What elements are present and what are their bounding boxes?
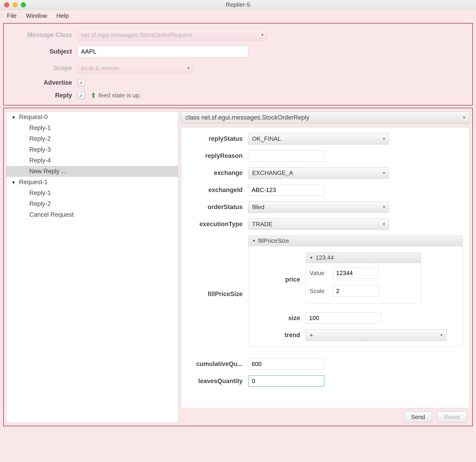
reply-fields-panel: replyStatus OK_FINAL ▾ replyReason excha…	[181, 127, 469, 408]
reply-class-value: class net.sf.egui.messages.StockOrderRep…	[185, 114, 309, 121]
close-window-button[interactable]	[4, 2, 9, 7]
chevron-down-icon: ▾	[383, 136, 385, 141]
replystatus-value: OK_FINAL	[252, 135, 281, 142]
feed-up-icon: ⬆	[91, 91, 96, 100]
replyreason-input[interactable]	[248, 150, 324, 161]
chevron-down-icon: ▼	[11, 115, 16, 120]
chevron-down-icon: ▾	[383, 204, 385, 210]
cumulativequantity-input[interactable]	[248, 358, 324, 370]
replystatus-dropdown[interactable]: OK_FINAL ▾	[248, 133, 389, 144]
traffic-lights	[0, 2, 26, 7]
tree-node-request-0[interactable]: ▼ Request-0	[6, 112, 178, 123]
scope-dropdown[interactable]: local & remote ▾	[77, 62, 193, 74]
executiontype-dropdown[interactable]: TRADE ▾	[248, 218, 389, 230]
menu-window[interactable]: Window	[26, 12, 47, 19]
tree-node-reply-4[interactable]: Reply-4	[6, 155, 178, 166]
tree-node-r1-reply-1[interactable]: Reply-1	[6, 188, 178, 198]
minimize-window-button[interactable]	[12, 2, 17, 7]
leavesquantity-label: leavesQuantity	[186, 378, 248, 385]
orderstatus-dropdown[interactable]: filled ▾	[248, 201, 389, 213]
menubar: File Window Help	[0, 10, 476, 22]
message-class-dropdown[interactable]: net.sf.egui.messages.StockOrderRequest ▾	[77, 29, 267, 41]
reset-button[interactable]: Reset	[437, 412, 467, 422]
tree-node-request-1[interactable]: ▼ Request-1	[6, 177, 178, 188]
replystatus-label: replyStatus	[186, 135, 248, 142]
reply-checkbox[interactable]: ✓	[77, 92, 85, 99]
send-button[interactable]: Send	[404, 412, 432, 422]
fillpricesize-title: fillPriceSize	[258, 237, 289, 244]
message-class-value: net.sf.egui.messages.StockOrderRequest	[81, 31, 192, 39]
menu-file[interactable]: File	[7, 12, 17, 19]
button-row: Send Reset	[181, 408, 469, 422]
fillpricesize-header[interactable]: ▼ fillPriceSize	[248, 236, 463, 246]
tree-node-label: Request-0	[19, 114, 48, 120]
chevron-down-icon: ▼	[11, 180, 16, 185]
titlebar: Replier-5	[0, 0, 476, 10]
fillpricesize-side-label: fillPriceSize	[186, 291, 248, 298]
zoom-window-button[interactable]	[21, 2, 26, 7]
tree-pane: ▼ Request-0 Reply-1 Reply-2 Reply-3 Repl…	[6, 111, 178, 422]
tree-node-reply-2[interactable]: Reply-2	[6, 133, 178, 144]
chevron-down-icon: ▾	[261, 32, 264, 37]
cumulativequantity-label: cumulativeQu...	[186, 361, 248, 368]
size-input[interactable]	[306, 312, 382, 324]
reply-class-dropdown[interactable]: class net.sf.egui.messages.StockOrderRep…	[181, 111, 469, 124]
price-scale-input[interactable]	[333, 285, 379, 297]
price-value-input[interactable]	[333, 267, 379, 279]
tree-node-r1-reply-2[interactable]: Reply-2	[6, 198, 178, 209]
exchangeid-input[interactable]	[248, 184, 324, 196]
leavesquantity-input[interactable]	[248, 375, 324, 387]
subject-input[interactable]	[77, 46, 248, 57]
tree-node-new-reply[interactable]: New Reply ...	[6, 166, 178, 177]
chevron-down-icon: ▼	[252, 239, 256, 243]
advertise-checkbox[interactable]: ✓	[77, 79, 85, 86]
price-scale-label: Scale	[310, 287, 333, 295]
price-header[interactable]: ▼ 123.44	[306, 252, 421, 263]
trend-value: +	[310, 332, 313, 339]
orderstatus-label: orderStatus	[186, 203, 248, 211]
chevron-down-icon: ▾	[383, 170, 385, 175]
chevron-down-icon: ▾	[187, 66, 189, 71]
trend-dropdown[interactable]: + ▾	[306, 329, 446, 341]
chevron-down-icon: ▾	[441, 333, 442, 338]
exchange-dropdown[interactable]: EXCHANGE_A ▾	[248, 167, 389, 179]
feed-status-text: feed state is up.	[99, 92, 141, 99]
lower-panel: ▼ Request-0 Reply-1 Reply-2 Reply-3 Repl…	[3, 108, 473, 426]
tree-node-reply-3[interactable]: Reply-3	[6, 144, 178, 155]
tree-node-label: Request-1	[19, 179, 48, 185]
chevron-down-icon: ▾	[463, 115, 465, 120]
scope-label: Scope	[8, 65, 77, 72]
scope-value: local & remote	[81, 65, 119, 72]
orderstatus-value: filled	[252, 203, 264, 211]
size-label: size	[250, 315, 306, 322]
subject-label: Subject	[8, 48, 77, 55]
menu-help[interactable]: Help	[56, 12, 68, 19]
message-class-label: Message Class	[8, 31, 77, 39]
executiontype-label: executionType	[186, 221, 248, 228]
trend-label: trend	[250, 332, 306, 339]
fillpricesize-group: ▼ fillPriceSize price ▼ 123.44	[248, 235, 463, 347]
tree-node-cancel-request[interactable]: Cancel Request	[6, 209, 178, 220]
top-config-panel: Message Class net.sf.egui.messages.Stock…	[3, 23, 473, 105]
reply-form-area: class net.sf.egui.messages.StockOrderRep…	[181, 111, 469, 422]
price-value-label: Value	[310, 269, 333, 277]
advertise-label: Advertise	[8, 79, 77, 86]
tree-node-reply-1[interactable]: Reply-1	[6, 123, 178, 133]
exchange-label: exchange	[186, 169, 248, 176]
reply-label: Reply	[8, 92, 77, 99]
price-label: price	[250, 276, 306, 283]
chevron-down-icon: ▾	[383, 222, 385, 227]
exchangeid-label: exchangeId	[186, 186, 248, 194]
window-title: Replier-5	[0, 1, 476, 8]
executiontype-value: TRADE	[252, 221, 272, 228]
exchange-value: EXCHANGE_A	[252, 169, 293, 176]
chevron-down-icon: ▼	[310, 256, 313, 260]
price-header-value: 123.44	[315, 254, 334, 261]
price-group: ▼ 123.44 Value Scale	[306, 252, 421, 303]
replyreason-label: replyReason	[186, 152, 248, 160]
